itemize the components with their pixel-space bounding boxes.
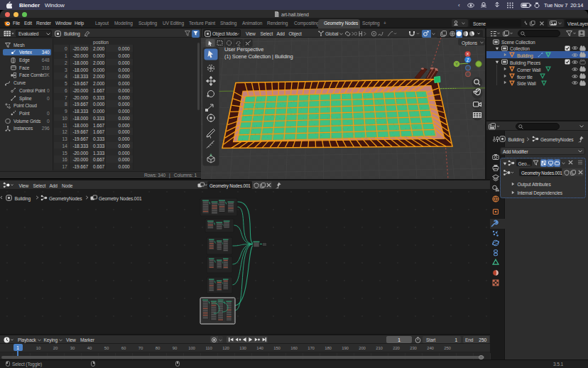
svg-text:X: X — [467, 52, 469, 56]
svg-text:Z: Z — [467, 58, 469, 63]
svg-text:Y: Y — [455, 62, 458, 66]
